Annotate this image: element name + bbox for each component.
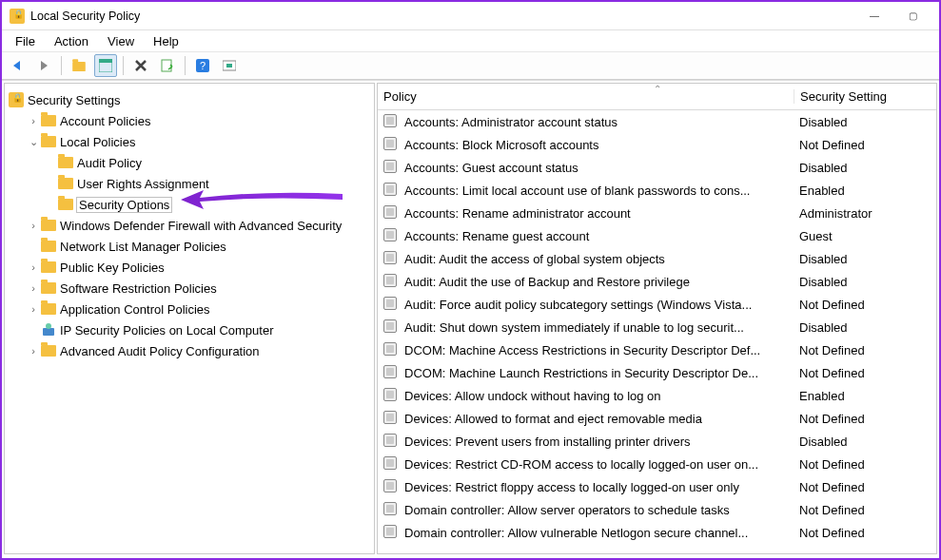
- expand-icon[interactable]: ›: [26, 303, 41, 315]
- tree-item-security-options[interactable]: Security Options: [7, 194, 372, 215]
- tree-item-label: Audit Policy: [77, 156, 142, 170]
- policy-row[interactable]: Audit: Audit the access of global system…: [378, 247, 936, 270]
- policy-row[interactable]: Audit: Force audit policy subcategory se…: [378, 293, 936, 316]
- tree-pane[interactable]: Security Settings ›Account Policies⌄Loca…: [4, 83, 375, 554]
- tree-item-windows-defender-firewall-with-advanced-security[interactable]: ›Windows Defender Firewall with Advanced…: [7, 215, 372, 236]
- policy-row[interactable]: Accounts: Guest account statusDisabled: [378, 156, 936, 179]
- column-header-setting[interactable]: Security Setting: [794, 89, 936, 104]
- svg-rect-2: [162, 60, 171, 71]
- menu-view[interactable]: View: [98, 32, 144, 50]
- policy-row[interactable]: Devices: Allow undock without having to …: [378, 384, 936, 407]
- menu-file[interactable]: File: [6, 32, 45, 50]
- refresh-button[interactable]: [156, 54, 179, 77]
- policy-name: Audit: Audit the use of Backup and Resto…: [404, 275, 794, 289]
- folder-icon: [58, 176, 73, 191]
- help-button[interactable]: ?: [191, 54, 214, 77]
- policy-row[interactable]: Domain controller: Allow server operator…: [378, 498, 936, 521]
- tree-item-advanced-audit-policy-configuration[interactable]: ›Advanced Audit Policy Configuration: [7, 340, 372, 361]
- folder-icon: [41, 280, 56, 296]
- policy-row[interactable]: Audit: Shut down system immediately if u…: [378, 316, 936, 338]
- policy-row[interactable]: Accounts: Administrator account statusDi…: [378, 110, 936, 133]
- show-hide-tree-button[interactable]: [94, 54, 117, 77]
- scroll-hint-icon: ⌃: [654, 84, 661, 94]
- minimize-button[interactable]: —: [855, 4, 893, 29]
- policy-name: Accounts: Rename guest account: [404, 229, 794, 243]
- svg-point-8: [46, 323, 51, 329]
- policy-row[interactable]: DCOM: Machine Launch Restrictions in Sec…: [378, 361, 936, 384]
- policy-name: Accounts: Rename administrator account: [404, 206, 794, 221]
- tree-item-public-key-policies[interactable]: ›Public Key Policies: [7, 257, 372, 278]
- expand-icon[interactable]: ›: [26, 115, 41, 126]
- policy-name: Accounts: Guest account status: [404, 161, 794, 175]
- expand-icon[interactable]: ›: [26, 261, 41, 273]
- column-header-policy[interactable]: Policy: [383, 89, 794, 104]
- tree-item-label: Account Policies: [60, 114, 150, 128]
- policy-setting: Not Defined: [794, 480, 936, 494]
- policy-setting: Not Defined: [794, 298, 936, 312]
- tree-item-application-control-policies[interactable]: ›Application Control Policies: [7, 299, 372, 319]
- tree-item-label: User Rights Assignment: [77, 177, 209, 191]
- policy-row[interactable]: Audit: Audit the use of Backup and Resto…: [378, 270, 936, 293]
- policy-row[interactable]: Devices: Allowed to format and eject rem…: [378, 407, 936, 430]
- export-button[interactable]: [218, 54, 241, 77]
- svg-rect-1: [99, 59, 112, 63]
- tree-item-network-list-manager-policies[interactable]: Network List Manager Policies: [7, 236, 372, 257]
- policy-setting: Not Defined: [794, 503, 936, 517]
- toolbar-separator: [61, 56, 62, 75]
- tree-item-account-policies[interactable]: ›Account Policies: [7, 110, 372, 131]
- policy-name: Accounts: Block Microsoft accounts: [404, 138, 794, 152]
- expand-icon[interactable]: ›: [26, 282, 41, 294]
- list-pane[interactable]: ⌃ Policy Security Setting Accounts: Admi…: [377, 83, 937, 554]
- policy-setting: Administrator: [794, 206, 936, 221]
- policy-item-icon: [383, 183, 399, 198]
- tree-item-software-restriction-policies[interactable]: ›Software Restriction Policies: [7, 278, 372, 299]
- policy-row[interactable]: Devices: Restrict floppy access to local…: [378, 475, 936, 498]
- policy-name: Audit: Force audit policy subcategory se…: [404, 298, 794, 312]
- policy-item-icon: [383, 114, 399, 129]
- policy-setting: Not Defined: [794, 343, 936, 357]
- policy-setting: Not Defined: [794, 526, 936, 540]
- folder-icon: [41, 239, 56, 254]
- policy-name: Devices: Prevent users from installing p…: [404, 434, 794, 449]
- policy-setting: Not Defined: [794, 457, 936, 472]
- tree-item-local-policies[interactable]: ⌄Local Policies: [7, 131, 372, 152]
- policy-row[interactable]: DCOM: Machine Access Restrictions in Sec…: [378, 338, 936, 361]
- policy-row[interactable]: Devices: Prevent users from installing p…: [378, 430, 936, 453]
- folder-icon: [41, 113, 56, 128]
- tree-item-user-rights-assignment[interactable]: User Rights Assignment: [7, 173, 372, 194]
- expand-icon[interactable]: ›: [26, 345, 41, 357]
- policy-row[interactable]: Accounts: Block Microsoft accountsNot De…: [378, 133, 936, 156]
- policy-setting: Enabled: [794, 183, 936, 198]
- policy-name: Accounts: Limit local account use of bla…: [404, 183, 794, 198]
- policy-row[interactable]: Devices: Restrict CD-ROM access to local…: [378, 453, 936, 475]
- up-button[interactable]: [68, 54, 90, 77]
- menu-help[interactable]: Help: [144, 32, 188, 50]
- tree-item-audit-policy[interactable]: Audit Policy: [7, 152, 372, 173]
- policy-row[interactable]: Accounts: Rename guest accountGuest: [378, 224, 936, 247]
- policy-setting: Not Defined: [794, 412, 936, 426]
- folder-icon: [41, 301, 56, 317]
- policy-row[interactable]: Accounts: Rename administrator accountAd…: [378, 202, 936, 224]
- policy-item-icon: [383, 342, 399, 357]
- policy-name: Audit: Audit the access of global system…: [404, 252, 794, 266]
- policy-name: Devices: Allowed to format and eject rem…: [404, 412, 794, 426]
- policy-item-icon: [383, 388, 399, 403]
- maximize-button[interactable]: ▢: [893, 4, 931, 29]
- policy-item-icon: [383, 365, 399, 380]
- policy-item-icon: [383, 434, 399, 449]
- delete-button[interactable]: [129, 54, 152, 77]
- back-button[interactable]: [6, 54, 29, 77]
- tree-item-ip-security-policies-on-local-computer[interactable]: IP Security Policies on Local Computer: [7, 319, 372, 340]
- policy-row[interactable]: Domain controller: Allow vulnerable Netl…: [378, 521, 936, 544]
- collapse-icon[interactable]: ⌄: [26, 136, 41, 148]
- tree-item-label: IP Security Policies on Local Computer: [60, 323, 273, 338]
- security-settings-icon: [9, 92, 24, 107]
- policy-item-icon: [383, 205, 399, 221]
- titlebar: Local Security Policy — ▢: [2, 2, 939, 30]
- forward-button[interactable]: [32, 54, 55, 77]
- expand-icon[interactable]: ›: [26, 220, 41, 231]
- tree-root[interactable]: Security Settings: [7, 89, 372, 110]
- policy-item-icon: [383, 228, 399, 243]
- menu-action[interactable]: Action: [45, 32, 98, 50]
- policy-row[interactable]: Accounts: Limit local account use of bla…: [378, 179, 936, 202]
